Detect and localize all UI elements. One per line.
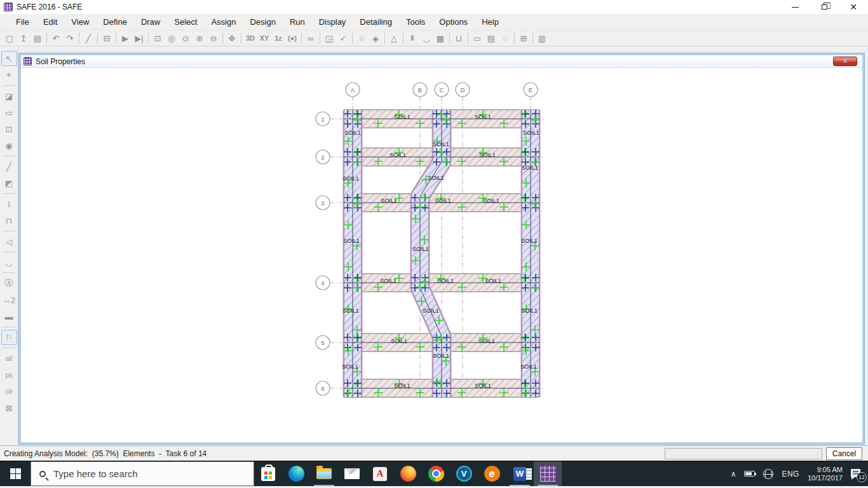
toolbar-deformed-shape[interactable]: △ xyxy=(387,31,401,45)
taskbar-app-autocad[interactable]: A xyxy=(366,461,394,486)
soil-label[interactable]: SOIL1 xyxy=(485,278,501,284)
close-button[interactable]: ✕ xyxy=(839,0,868,14)
toolbar-point-display[interactable]: ○ xyxy=(355,31,369,45)
soil-label[interactable]: SOIL1 xyxy=(391,338,407,344)
battery-icon[interactable] xyxy=(744,471,755,477)
cancel-button[interactable]: Cancel xyxy=(826,447,862,460)
taskbar-app-safe[interactable] xyxy=(534,461,562,486)
toolbar-rotate-view[interactable]: (●) xyxy=(285,31,299,45)
soil-label[interactable]: SOIL1 xyxy=(522,165,538,171)
toolbar-select-circle[interactable]: ◌ xyxy=(498,31,512,45)
soil-label[interactable]: SOIL1 xyxy=(521,308,538,314)
clock[interactable]: 9:05 AM 10/17/2017 xyxy=(808,466,843,482)
soil-label[interactable]: SOIL1 xyxy=(342,175,359,182)
menu-display[interactable]: Display xyxy=(312,15,353,29)
toolbar-zoom-full[interactable]: ◎ xyxy=(165,31,179,45)
toolbar-show-loads[interactable]: ⇞ xyxy=(405,31,419,45)
soil-label[interactable]: SOIL1 xyxy=(428,175,444,181)
soil-label[interactable]: SOIL1 xyxy=(478,338,495,344)
taskbar-app-explorer[interactable] xyxy=(310,461,338,486)
soil-label[interactable]: SOIL1 xyxy=(381,198,397,204)
tool-quick-draw-circle[interactable]: ◉ xyxy=(1,138,17,153)
toolbar-properties-display[interactable]: ▤ xyxy=(484,31,498,45)
menu-run[interactable]: Run xyxy=(283,15,312,29)
menu-file[interactable]: File xyxy=(9,15,36,29)
tool-quick-draw-area[interactable]: ◩ xyxy=(1,175,17,191)
taskbar-app-store[interactable] xyxy=(254,461,282,486)
soil-label[interactable]: SOIL1 xyxy=(433,141,449,147)
soil-label[interactable]: SOIL1 xyxy=(475,114,491,120)
toolbar-beam-display[interactable]: ▭ xyxy=(470,31,484,45)
toolbar-pan[interactable]: ✥ xyxy=(225,31,239,45)
toolbar-strip-forces[interactable]: ⊔ xyxy=(452,31,466,45)
soil-label[interactable]: SOIL1 xyxy=(343,238,360,244)
toolbar-shrink-objects[interactable]: ◲ xyxy=(322,31,336,45)
menu-assign[interactable]: Assign xyxy=(204,15,243,29)
tool-select-pointer[interactable]: ↖ xyxy=(1,51,17,66)
toolbar-open-model[interactable]: ↥ xyxy=(17,31,31,45)
toolbar-view-xy[interactable]: XY xyxy=(257,31,271,45)
tool-select-all[interactable]: all xyxy=(1,351,17,366)
soil-label[interactable]: SOIL1 xyxy=(523,130,539,136)
toolbar-draw-line[interactable]: ╱ xyxy=(81,31,95,45)
menu-help[interactable]: Help xyxy=(475,15,506,29)
tool-dimension-line[interactable]: ↔2 xyxy=(1,292,17,308)
tool-draw-slab[interactable]: ◪ xyxy=(1,88,17,104)
soil-label[interactable]: SOIL1 xyxy=(423,308,439,314)
taskbar-app-chrome[interactable] xyxy=(422,461,450,486)
tool-draw-design-strip[interactable]: ⊓ xyxy=(1,213,17,228)
toolbar-new-model[interactable]: ▢ xyxy=(3,31,17,45)
tool-flip-view[interactable]: ⚐ xyxy=(1,330,17,345)
minimize-button[interactable] xyxy=(780,0,810,14)
taskbar-search[interactable]: Type here to search xyxy=(31,461,254,486)
toolbar-redo[interactable]: ↷ xyxy=(63,31,77,45)
toolbar-run-options[interactable]: ▶| xyxy=(132,31,146,45)
menu-edit[interactable]: Edit xyxy=(36,15,64,29)
drawing-canvas[interactable]: ABCDE123456SOIL1SOIL1SOIL1SOIL1SOIL1SOIL… xyxy=(21,68,862,442)
soil-label[interactable]: SOIL1 xyxy=(483,198,499,204)
toolbar-show-grid[interactable]: ⊞ xyxy=(517,31,531,45)
tool-reshape-object[interactable]: ⌖ xyxy=(1,67,17,83)
toolbar-save-model[interactable]: ▤ xyxy=(31,31,44,45)
taskbar-app-word[interactable]: W xyxy=(506,461,534,486)
menu-draw[interactable]: Draw xyxy=(134,15,167,29)
toolbar-lock-model[interactable]: ⊟ xyxy=(100,31,114,45)
toolbar-show-slab-strip[interactable]: ◡ xyxy=(419,31,433,45)
taskbar-app-mail[interactable] xyxy=(338,461,366,486)
tool-previous-selection[interactable]: ps xyxy=(1,367,17,383)
menu-select[interactable]: Select xyxy=(167,15,204,29)
soil-label[interactable]: SOIL1 xyxy=(521,238,538,244)
soil-label[interactable]: SOIL1 xyxy=(380,278,397,284)
toolbar-zoom-in[interactable]: ⊕ xyxy=(193,31,207,45)
start-button[interactable] xyxy=(0,461,31,486)
menu-options[interactable]: Options xyxy=(432,15,475,29)
toolbar-undo[interactable]: ↶ xyxy=(49,31,63,45)
soil-label[interactable]: SOIL1 xyxy=(342,308,359,314)
soil-label[interactable]: SOIL1 xyxy=(394,114,410,120)
soil-label[interactable]: SOIL1 xyxy=(435,198,451,204)
taskbar-app-edge[interactable] xyxy=(282,461,310,486)
toolbar-view-xz[interactable]: 1z xyxy=(271,31,285,45)
soil-label[interactable]: SOIL1 xyxy=(433,353,449,359)
soil-label[interactable]: SOIL1 xyxy=(437,278,454,284)
toolbar-show-pattern[interactable]: ▩ xyxy=(433,31,447,45)
toolbar-display-check[interactable]: ✓ xyxy=(336,31,350,45)
tool-quick-draw-point[interactable]: ⊡ xyxy=(1,121,17,137)
soil-label[interactable]: SOIL1 xyxy=(520,363,537,370)
taskbar-app-v-app[interactable]: V xyxy=(450,461,478,486)
soil-label[interactable]: SOIL1 xyxy=(412,246,429,252)
menu-design[interactable]: Design xyxy=(243,15,282,29)
toolbar-zoom-out[interactable]: ⊖ xyxy=(207,31,220,45)
tool-draw-beam[interactable]: ╱ xyxy=(1,159,17,174)
language-indicator[interactable]: ENG xyxy=(782,470,799,478)
toolbar-object-viewer[interactable]: ∞ xyxy=(304,31,318,45)
soil-label[interactable]: SOIL1 xyxy=(344,130,361,136)
tool-draw-curve[interactable]: ◡ xyxy=(1,255,17,270)
toolbar-zoom-window[interactable]: ⊡ xyxy=(151,31,165,45)
tool-guide-line[interactable]: ▬ xyxy=(1,309,17,324)
tool-draw-rectangular-slab[interactable]: ▭ xyxy=(1,105,17,120)
notification-icon[interactable]: 12 xyxy=(851,469,862,478)
toolbar-report[interactable]: ▥ xyxy=(535,31,549,45)
menu-detailing[interactable]: Detailing xyxy=(353,15,399,29)
tool-quick-draw-beam[interactable]: I xyxy=(1,196,17,212)
